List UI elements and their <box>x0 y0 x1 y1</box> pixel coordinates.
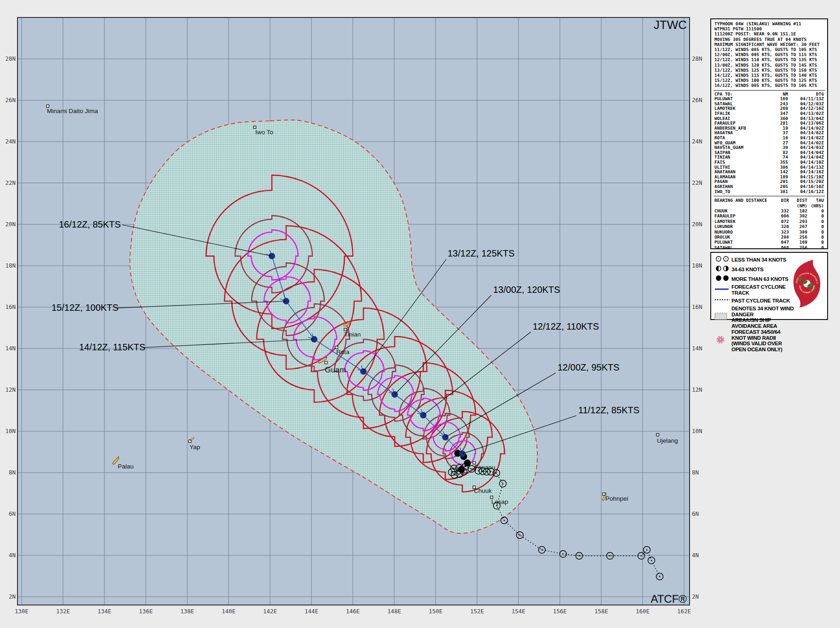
place-label-rota: Rota <box>336 348 350 355</box>
bearing-row: LUKUNOR3202670 <box>714 224 824 229</box>
hatch-swatch-icon <box>714 313 731 320</box>
warning-line: MOVING 305 DEGREES TRUE AT 04 KNOTS <box>714 37 824 42</box>
legend-label: FORECAST CYCLONE TRACK <box>731 284 795 296</box>
lat-tick-label: 20N <box>5 221 16 228</box>
place-label-palau: Palau <box>118 463 134 470</box>
legend-label: 34-63 KNOTS <box>731 267 764 273</box>
place-label-guam: Guam <box>325 365 346 374</box>
atcf-watermark: ATCF® <box>650 593 687 605</box>
lat-tick-label: 2N <box>9 593 16 600</box>
lon-tick-label: 158E <box>594 608 608 615</box>
past-fix-center-dot <box>659 576 661 577</box>
legend-label: PAST CYCLONE TRACK <box>731 298 790 304</box>
lon-tick-label: 156E <box>553 608 567 615</box>
track-map: 130E132E134E136E138E140E142E144E146E148E… <box>0 0 708 628</box>
past-fix-center-dot <box>502 483 504 485</box>
legend-row: MORE THAN 63 KNOTS <box>714 274 795 284</box>
atcf-screen: 130E132E134E136E138E140E142E144E146E148E… <box>0 0 840 628</box>
lat-tick-label: 14N <box>5 345 16 352</box>
warning-line: MAXIMUM SIGNIFICANT WAVE HEIGHT: 30 FEET <box>714 42 824 47</box>
lat-tick-label: 4N <box>9 552 16 559</box>
place-label-fananu: Fananu <box>474 464 495 471</box>
forecast-label-12/00Z: 12/00Z, 95KTS <box>558 362 620 372</box>
place-marker-icon <box>325 361 328 364</box>
bearing-row: CHUUK3321020 <box>714 208 824 213</box>
cpa-row: FAIS35504/14/10Z <box>714 160 824 165</box>
lat-tick-label: 26N <box>692 97 702 103</box>
cpa-row: AGRIHAN20504/16/10Z <box>714 184 824 189</box>
lat-tick-label: 10N <box>5 428 16 434</box>
lat-tick-label: 22N <box>5 179 16 186</box>
lat-tick-label: 10N <box>692 428 702 434</box>
panel-divider <box>713 90 825 91</box>
legend-row: PAST CYCLONE TRACK <box>714 296 795 305</box>
warning-line: 14/12Z, WINDS 115 KTS, GUSTS TO 140 KTS <box>714 73 824 78</box>
filled-circles-icon <box>714 274 731 282</box>
forecast-label-13/12Z: 13/12Z, 125KTS <box>448 248 515 258</box>
place-marker-icon <box>253 126 256 129</box>
lat-tick-label: 26N <box>5 97 16 103</box>
bearing-row: SATAWAL0682560 <box>714 245 824 250</box>
past-fix-center-dot <box>541 549 543 551</box>
past-fix-center-dot <box>646 549 648 551</box>
bearing-header-dir: DIR <box>774 198 789 203</box>
past-fix-center-dot <box>471 468 472 470</box>
lat-tick-label: 24N <box>5 138 16 145</box>
bearing-header-dist-units: (NM) <box>789 203 807 208</box>
past-fix-center-dot <box>651 560 652 561</box>
legend-row: FORECAST CYCLONE TRACK <box>714 284 795 296</box>
place-label-pohnpei: Pohnpei <box>605 495 628 502</box>
past-fix-gt63kt <box>464 460 471 467</box>
lat-tick-label: 4N <box>692 552 699 559</box>
past-fix-center-dot <box>504 520 505 521</box>
lat-tick-label: 24N <box>692 138 702 145</box>
lon-tick-label: 136E <box>139 608 153 615</box>
lat-tick-label: 16N <box>692 303 702 310</box>
warning-line: 13/12Z, WINDS 125 KTS, GUSTS TO 150 KTS <box>714 68 824 73</box>
bearing-row: OROLUK2882560 <box>714 234 824 240</box>
dotted-line-icon <box>714 296 731 303</box>
lat-tick-label: 16N <box>5 303 16 310</box>
legend-row: DENOTES 34 KNOT WIND DANGERAREA/USN SHIP… <box>714 306 795 329</box>
past-fix-center-dot <box>519 535 521 536</box>
lon-tick-label: 138E <box>180 608 194 615</box>
past-fix-center-dot <box>496 505 498 507</box>
open-circles-icon <box>714 255 731 263</box>
lat-tick-label: 12N <box>692 386 702 393</box>
place-marker-icon <box>656 434 659 436</box>
panel-divider <box>713 196 825 196</box>
past-fix-gt63kt <box>458 466 465 473</box>
warning-info-panel: TYPHOON 04W (SINLAKU) WARNING #11WTPN31 … <box>710 18 828 249</box>
lon-tick-label: 140E <box>222 608 236 615</box>
blue-line-icon <box>714 285 731 293</box>
lat-tick-label: 6N <box>692 510 699 517</box>
lon-tick-label: 144E <box>305 608 318 615</box>
forecast-label-11/12Z: 11/12Z, 85KTS <box>578 405 639 415</box>
bearing-header-tau-units: (HRS) <box>807 203 824 208</box>
lat-tick-label: 20N <box>692 221 702 228</box>
forecast-label-16/12Z: 16/12Z, 85KTS <box>59 219 121 229</box>
place-label-losap: Losap <box>491 498 508 505</box>
lat-tick-label: 14N <box>692 345 702 352</box>
legend-label: MORE THAN 63 KNOTS <box>731 276 788 282</box>
place-marker-icon <box>603 493 605 496</box>
bearing-header-dist: DIST <box>789 198 807 203</box>
place-marker-icon <box>344 328 347 331</box>
bearing-row: LAMOTREK0722930 <box>714 219 824 224</box>
lon-tick-label: 134E <box>98 608 111 615</box>
cpa-table: CPA TO: NM DTG PULUWAT16904/11/13ZSATAWA… <box>714 92 824 194</box>
lat-tick-label: 18N <box>692 262 702 269</box>
lat-tick-label: 22N <box>692 179 702 186</box>
bearing-header-name: BEARING AND DISTANCE <box>714 198 774 203</box>
bearing-table: BEARING AND DISTANCE DIR DIST TAU (NM) (… <box>714 198 824 250</box>
cpa-row: IWO_TO38104/16/12Z <box>714 189 824 194</box>
legend-panel: LESS THAN 34 KNOTS34-63 KNOTSMORE THAN 6… <box>710 252 828 320</box>
lon-tick-label: 150E <box>429 608 443 615</box>
lon-tick-label: 154E <box>512 608 525 615</box>
past-fix-center-dot <box>454 474 455 476</box>
wind-radii-icon <box>714 336 731 343</box>
warning-line: 15/12Z, WINDS 100 KTS, GUSTS TO 125 KTS <box>714 78 824 83</box>
lon-tick-label: 162E <box>677 608 691 615</box>
past-fix-center-dot <box>610 555 611 557</box>
past-fix-center-dot <box>465 466 466 468</box>
